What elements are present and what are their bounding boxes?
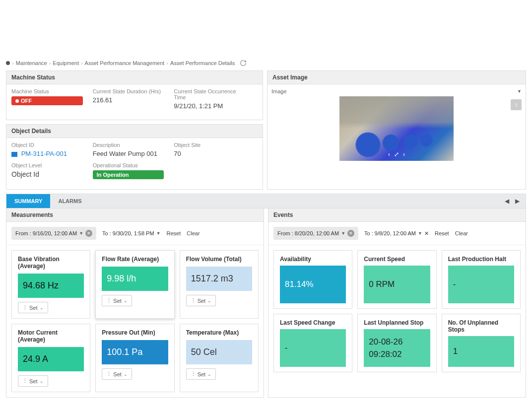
card-value: 94.68 Hz [18, 274, 84, 298]
chevron-down-icon: ⌄ [124, 372, 128, 377]
chevron-down-icon: ▼ [418, 231, 422, 236]
measurements-panel: Measurements From : 9/16/20, 12:00 AM ▼ … [6, 208, 264, 398]
field-value: 216.61 [93, 96, 164, 104]
date-from-selector[interactable]: From : 9/16/20, 12:00 AM ▼ ✕ [11, 227, 96, 240]
clear-button[interactable]: Clear [455, 230, 468, 236]
date-to-selector[interactable]: To : 9/30/20, 1:58 PM ▼ [102, 230, 161, 236]
breadcrumb-link[interactable]: Equipment [53, 60, 79, 66]
field-value: 70 [174, 150, 245, 157]
reset-button[interactable]: Reset [167, 230, 181, 236]
card-title: Temperature (Max) [186, 329, 252, 336]
card-title: Base Vibration (Average) [18, 256, 84, 270]
clear-button[interactable]: Clear [187, 230, 200, 236]
set-button[interactable]: ⋮ Set ⌄ [18, 302, 48, 313]
breadcrumb-link[interactable]: Asset Performance Management [85, 60, 165, 66]
object-id-link[interactable]: PM-311-PA-001 [11, 150, 83, 157]
card-title: Current Speed [364, 256, 430, 263]
more-icon: ⋮ [191, 297, 196, 304]
date-to-selector[interactable]: To : 9/8/20, 12:00 AM ▼ ✕ [364, 230, 429, 237]
measurement-card: Flow Rate (Average)9.98 l/h⋮ Set ⌄ [95, 250, 174, 319]
chevron-down-icon: ⌄ [40, 305, 44, 310]
card-value: 9.98 l/h [102, 267, 168, 291]
card-title: Last Production Halt [448, 256, 514, 263]
card-value: 81.14% [280, 266, 346, 303]
card-title: Flow Volume (Total) [186, 256, 252, 263]
panel-header: Measurements [6, 208, 264, 222]
chevron-down-icon: ⌄ [207, 298, 211, 303]
more-icon: ⋮ [22, 378, 27, 384]
measurement-card: Flow Volume (Total)1517.2 m3⋮ Set ⌄ [180, 250, 259, 319]
date-from-selector[interactable]: From : 8/20/20, 12:00 AM ▼ ✕ [273, 227, 358, 240]
card-value: 1 [448, 336, 514, 367]
asset-image-panel: Asset Image Image ▼ ‹ ⤢ › [267, 70, 526, 190]
date-from-text: From : 8/20/20, 12:00 AM [277, 230, 339, 236]
field-label: Object Level [11, 162, 83, 168]
date-from-text: From : 9/16/20, 12:00 AM [15, 230, 77, 236]
tab-alarms[interactable]: ALARMS [50, 194, 89, 208]
chevron-down-icon: ▼ [341, 231, 345, 236]
panel-header: Events [268, 208, 526, 222]
tab-summary[interactable]: SUMMARY [6, 194, 50, 208]
set-button[interactable]: ⋮ Set ⌄ [186, 295, 216, 306]
reset-button[interactable]: Reset [435, 230, 449, 236]
more-icon: ⋮ [106, 371, 111, 377]
field-value: Feed Water Pump 001 [93, 150, 164, 157]
card-title: Last Unplanned Stop [364, 319, 430, 326]
object-details-panel: Object Details Object ID PM-311-PA-001 D… [6, 124, 263, 190]
image-prev-icon[interactable]: ‹ [388, 151, 390, 158]
field-value: Object Id [11, 170, 83, 178]
measurement-card: Pressure Out (Min)100.1 Pa⋮ Set ⌄ [95, 324, 174, 392]
close-icon[interactable]: ✕ [347, 230, 354, 237]
set-button[interactable]: ⋮ Set ⌄ [102, 295, 132, 306]
set-button[interactable]: ⋮ Set ⌄ [18, 375, 48, 387]
panel-header: Object Details [6, 125, 263, 138]
dot-icon [15, 99, 19, 103]
measurement-card: Base Vibration (Average)94.68 Hz⋮ Set ⌄ [11, 250, 90, 319]
breadcrumb-link[interactable]: Maintenance [16, 60, 47, 66]
chevron-right-icon: › [81, 60, 83, 66]
page-next-icon[interactable]: ▶ [515, 198, 520, 205]
expand-icon[interactable]: ⤢ [394, 151, 399, 158]
image-next-icon[interactable]: › [403, 151, 405, 158]
set-button[interactable]: ⋮ Set ⌄ [102, 368, 132, 380]
page-prev-icon[interactable]: ◀ [505, 198, 509, 205]
asset-image: ‹ ⤢ › [339, 96, 454, 161]
field-label: Object ID [11, 142, 83, 148]
chevron-down-icon: ▼ [79, 231, 83, 236]
sort-icon[interactable]: ↕ [511, 99, 522, 110]
card-title: No. Of Unplanned Stops [448, 319, 514, 333]
events-panel: Events From : 8/20/20, 12:00 AM ▼ ✕ To :… [268, 208, 526, 398]
chevron-down-icon[interactable]: ▼ [517, 89, 522, 94]
refresh-icon[interactable] [240, 60, 247, 67]
field-value: 9/21/20, 1:21 PM [174, 102, 245, 110]
badge-text: OFF [21, 98, 32, 104]
date-to-text: To : 9/8/20, 12:00 AM [364, 230, 416, 236]
chevron-down-icon: ⌄ [124, 298, 128, 303]
chevron-down-icon: ⌄ [207, 372, 211, 377]
object-icon [11, 152, 17, 157]
tabs-bar: SUMMARY ALARMS ◀ ▶ [6, 194, 526, 208]
set-button[interactable]: ⋮ Set ⌄ [186, 368, 216, 380]
close-icon[interactable]: ✕ [85, 230, 92, 237]
close-icon[interactable]: ✕ [424, 230, 429, 237]
object-id-text[interactable]: PM-311-PA-001 [21, 150, 67, 157]
card-value: - [280, 329, 346, 367]
card-title: Flow Rate (Average) [102, 256, 168, 263]
field-label: Machine Status [11, 88, 83, 94]
measurement-card: Temperature (Max)50 Cel⋮ Set ⌄ [180, 324, 259, 392]
card-title: Availability [280, 256, 346, 263]
card-title: Motor Current (Average) [18, 329, 84, 343]
card-value: 20-08-2609:28:02 [364, 329, 430, 367]
chevron-down-icon: ▼ [156, 231, 161, 236]
more-icon: ⋮ [22, 304, 27, 311]
event-card: No. Of Unplanned Stops1 [442, 314, 521, 372]
event-card: Last Unplanned Stop20-08-2609:28:02 [357, 314, 436, 372]
chevron-right-icon: › [166, 60, 168, 66]
breadcrumb: › Maintenance › Equipment › Asset Perfor… [6, 60, 526, 67]
field-label: Description [93, 142, 164, 148]
breadcrumb-link[interactable]: Asset Performance Details [170, 60, 235, 66]
field-label: Object Site [174, 142, 245, 148]
card-value: - [448, 266, 514, 303]
event-card: Last Production Halt- [442, 250, 521, 309]
chevron-down-icon: ⌄ [40, 379, 44, 384]
